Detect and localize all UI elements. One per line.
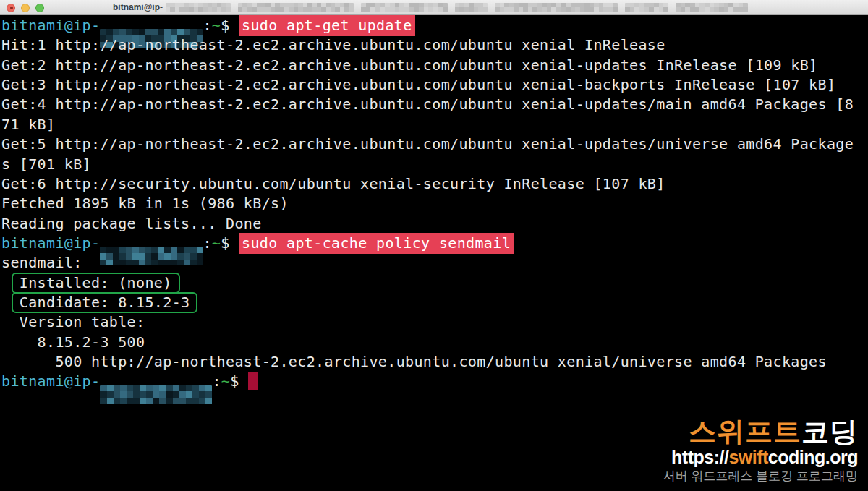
terminal-text: Version table: <box>1 313 145 330</box>
watermark-brand-orange: 스위프트 <box>689 417 801 447</box>
prompt-home-tilde: ~ <box>212 234 221 252</box>
traffic-lights <box>7 0 44 15</box>
close-button[interactable] <box>7 4 15 12</box>
redacted-ip-address <box>100 385 212 404</box>
terminal-text: : <box>203 17 211 34</box>
output-line-annotated: Installed: (none) <box>1 273 868 293</box>
watermark-url-highlight: swift <box>728 447 767 467</box>
watermark-subtitle: 서버 워드프레스 블로깅 프로그래밍 <box>663 469 858 484</box>
prompt-user-host: bitnami@ip- <box>1 234 100 252</box>
watermark-brand: 스위프트코딩 <box>663 417 858 446</box>
output-line: 8.15.2-3 500 <box>1 333 868 352</box>
output-line: Fetched 1895 kB in 1s (986 kB/s) <box>1 194 868 213</box>
terminal-text: : <box>203 234 211 252</box>
output-line: Get:4 http://ap-northeast-2.ec2.archive.… <box>1 95 868 114</box>
redacted-title-chunk <box>361 3 448 12</box>
highlighted-command: sudo apt-cache policy sendmail <box>239 233 514 254</box>
prompt-line-3: bitnami@ip-:~$ <box>1 372 868 391</box>
highlighted-command: sudo apt-get update <box>239 15 415 36</box>
redacted-title-chunk <box>238 3 354 12</box>
terminal-text: $ <box>230 372 248 390</box>
terminal-cursor <box>248 372 258 390</box>
prompt-line-2: bitnami@ip-:~$ sudo apt-cache policy sen… <box>1 234 868 253</box>
watermark-url: https://swiftcoding.org <box>663 447 858 467</box>
watermark-brand-white: 코딩 <box>801 417 858 447</box>
terminal-text: Fetched 1895 kB in 1s (986 kB/s) <box>1 195 289 212</box>
terminal-text: Get:5 http://ap-northeast-2.ec2.archive.… <box>1 135 854 153</box>
output-line-annotated: Candidate: 8.15.2-3 <box>1 293 868 312</box>
terminal-text: $ <box>221 17 239 34</box>
output-line: s [701 kB] <box>1 155 868 174</box>
output-line: 500 http://ap-northeast-2.ec2.archive.ub… <box>1 352 868 372</box>
output-line: Get:6 http://security.ubuntu.com/ubuntu … <box>1 174 868 194</box>
watermark-url-rest: coding.org <box>768 447 858 467</box>
annotation-boxed-text: Candidate: 8.15.2-3 <box>12 292 198 313</box>
output-line: Get:2 http://ap-northeast-2.ec2.archive.… <box>1 56 868 75</box>
prompt-user-host: bitnami@ip- <box>1 372 100 390</box>
terminal-text: Get:3 http://ap-northeast-2.ec2.archive.… <box>1 76 835 93</box>
output-line: Version table: <box>1 312 868 332</box>
terminal-text: Get:6 http://security.ubuntu.com/ubuntu … <box>1 175 665 192</box>
redacted-ip-address <box>100 247 203 265</box>
output-line: Reading package lists... Done <box>1 214 868 234</box>
terminal-text: Get:4 http://ap-northeast-2.ec2.archive.… <box>1 95 854 113</box>
redacted-title-chunk <box>495 3 618 12</box>
terminal-text: : <box>212 372 221 390</box>
terminal-text: Get:2 http://ap-northeast-2.ec2.archive.… <box>1 56 818 74</box>
annotation-boxed-text: Installed: (none) <box>12 273 180 294</box>
output-line: Get:3 http://ap-northeast-2.ec2.archive.… <box>1 75 868 95</box>
terminal-text: 500 http://ap-northeast-2.ec2.archive.ub… <box>1 353 827 370</box>
prompt-user-host: bitnami@ip- <box>1 17 100 34</box>
prompt-line-1: bitnami@ip-:~$ sudo apt-get update <box>1 16 868 35</box>
redacted-title-chunk <box>166 3 231 12</box>
redacted-title-chunk <box>455 3 488 12</box>
terminal-text: s [701 kB] <box>1 155 91 173</box>
terminal-text: $ <box>221 234 239 252</box>
terminal-text: Reading package lists... Done <box>1 215 262 232</box>
redacted-title-text <box>166 3 755 12</box>
watermark-url-prefix: https:// <box>671 447 728 467</box>
output-line: Get:5 http://ap-northeast-2.ec2.archive.… <box>1 135 868 154</box>
redacted-title-chunk <box>676 3 748 12</box>
terminal-text: sendmail: <box>1 254 82 271</box>
watermark: 스위프트코딩 https://swiftcoding.org 서버 워드프레스 … <box>663 417 858 484</box>
output-line: 71 kB] <box>1 115 868 135</box>
redacted-title-chunk <box>625 3 668 12</box>
terminal-text: 8.15.2-3 500 <box>1 333 145 351</box>
output-line: Hit:1 http://ap-northeast-2.ec2.archive.… <box>1 35 868 55</box>
window-title: bitnami@ip- <box>113 2 163 12</box>
window-titlebar: bitnami@ip- <box>0 0 868 15</box>
terminal-text: 71 kB] <box>1 116 55 133</box>
minimize-button[interactable] <box>21 4 30 12</box>
zoom-button[interactable] <box>35 4 44 12</box>
prompt-home-tilde: ~ <box>221 372 230 390</box>
terminal-text: Hit:1 http://ap-northeast-2.ec2.archive.… <box>1 36 665 54</box>
prompt-home-tilde: ~ <box>212 17 221 34</box>
window-title-group: bitnami@ip- <box>113 2 755 12</box>
